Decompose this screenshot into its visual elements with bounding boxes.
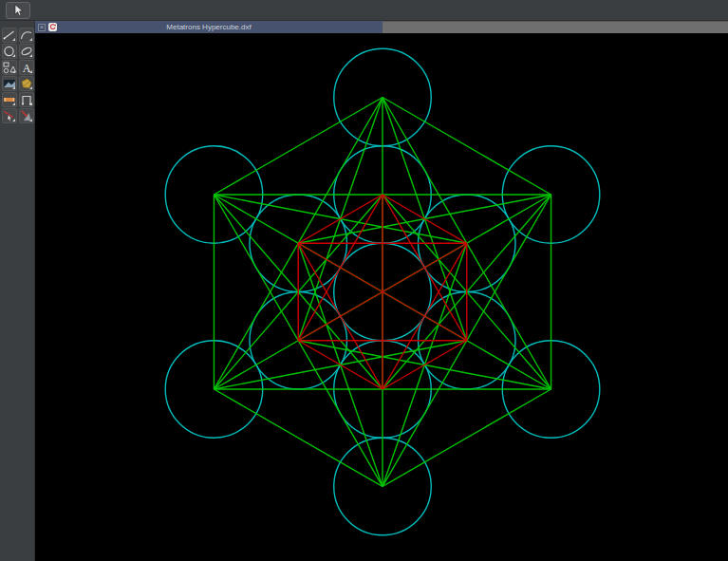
- circle-icon: [3, 45, 16, 58]
- top-toolbar: [0, 0, 728, 21]
- select-tool-button[interactable]: [6, 2, 30, 19]
- text-a-icon: A: [20, 61, 33, 74]
- tool-polyline-button[interactable]: [2, 60, 17, 75]
- order-bracket-icon: [20, 93, 33, 106]
- tool-explode-button[interactable]: [19, 108, 34, 123]
- cad-entity-line-green[interactable]: [383, 389, 551, 487]
- hatch-icon: [20, 77, 33, 90]
- tab-label: Metatrons Hypercube.dxf: [35, 23, 383, 31]
- dimension-icon: [3, 93, 16, 106]
- tool-line-button[interactable]: [2, 28, 17, 43]
- document-tab[interactable]: × Metatrons Hypercube.dxf: [35, 21, 383, 33]
- application-window: A: [0, 0, 728, 561]
- cad-entity-line-green[interactable]: [214, 98, 383, 196]
- modify-arrow-icon: [3, 109, 16, 122]
- cad-entity-line-red[interactable]: [298, 341, 383, 389]
- tool-hatch-button[interactable]: [19, 76, 34, 91]
- image-icon: [3, 77, 16, 90]
- cad-drawing[interactable]: [35, 33, 728, 561]
- line-icon: [3, 28, 16, 42]
- tab-bar: × Metatrons Hypercube.dxf: [35, 21, 728, 33]
- svg-text:A: A: [23, 62, 31, 75]
- tool-ellipse-button[interactable]: [19, 44, 34, 59]
- tool-image-button[interactable]: [2, 76, 17, 91]
- tool-order-button[interactable]: [19, 92, 34, 107]
- arc-icon: [20, 28, 33, 42]
- tool-text-button[interactable]: A: [19, 60, 34, 75]
- tool-circle-button[interactable]: [2, 44, 17, 59]
- ellipse-icon: [20, 45, 33, 58]
- tool-grid: A: [0, 21, 34, 123]
- cad-entity-line-green[interactable]: [383, 98, 551, 196]
- cad-entity-line-red[interactable]: [383, 243, 467, 389]
- tab-bar-empty-area: [383, 21, 728, 33]
- left-toolbar: A: [0, 21, 35, 561]
- cad-entity-line-red[interactable]: [298, 195, 383, 243]
- cad-entity-line-red[interactable]: [383, 341, 467, 389]
- polyline-shapes-icon: [3, 61, 16, 74]
- cad-entity-line-green[interactable]: [214, 389, 383, 487]
- cursor-arrow-icon: [12, 4, 24, 17]
- drawing-canvas-area[interactable]: [35, 33, 728, 561]
- tool-arc-button[interactable]: [19, 28, 34, 43]
- document-drawing-icon: [48, 23, 57, 31]
- tool-modify-button[interactable]: [2, 108, 17, 123]
- cad-entity-line-red[interactable]: [383, 195, 467, 243]
- tool-dimension-button[interactable]: [2, 92, 17, 107]
- tab-close-icon[interactable]: ×: [38, 24, 46, 31]
- explode-icon: [20, 109, 33, 122]
